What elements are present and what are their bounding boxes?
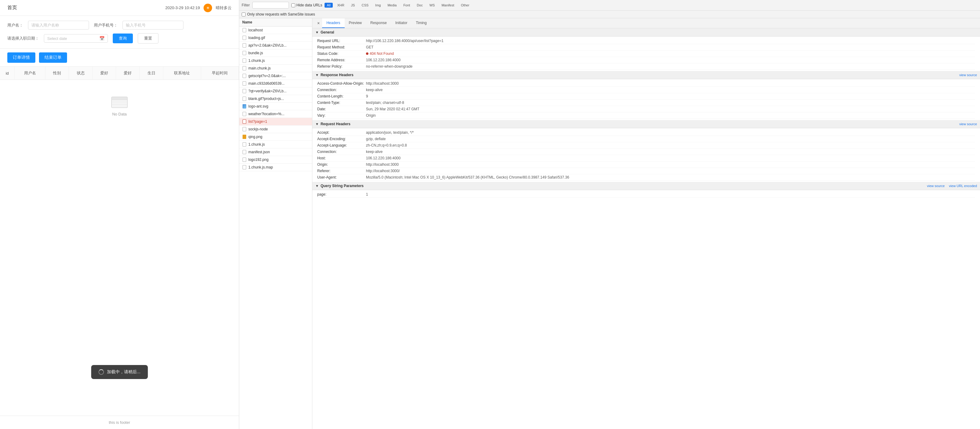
kv-row: Vary: Origin [317,113,975,119]
file-icon [242,66,247,70]
network-item[interactable]: loading.gif [239,34,312,42]
username-input[interactable] [28,21,89,30]
network-item[interactable]: getscript?v=2.0&ak=:... [239,72,312,80]
query-string-view-source[interactable]: view source [927,184,945,188]
network-item[interactable]: 1.chunk.js [239,141,312,148]
kv-value: 106.12.220.186:4000 [366,58,401,62]
page-title: 首页 [7,5,17,11]
type-btn-manifest[interactable]: Manifest [439,3,457,8]
th-hobby2: 爱好 [116,67,140,80]
status-dot [366,52,368,55]
same-site-checkbox[interactable] [242,13,246,16]
kv-key: Connection: [317,88,366,92]
kv-row-useragent: User-Agent: Mozilla/5.0 (Macintosh; Inte… [317,174,975,181]
network-item[interactable]: 1.chunk.js [239,57,312,65]
no-data-overlay: No Data [0,82,239,129]
response-headers-toggle[interactable]: ▼ [315,73,319,77]
tab-response[interactable]: Response [366,18,391,28]
response-headers-view-source[interactable]: view source [959,73,977,77]
hide-data-urls-label[interactable]: Hide data URLs [291,3,322,7]
request-headers-toggle[interactable]: ▼ [315,122,319,126]
filter-input[interactable] [252,2,289,8]
network-item[interactable]: manifest.json [239,148,312,156]
th-status: 状态 [69,67,92,80]
date-picker[interactable]: Select date 📅 [44,34,108,43]
network-item[interactable]: blank.gif?product=js... [239,95,312,103]
query-string-kv-table: page: 1 [312,190,980,199]
file-icon [242,89,247,93]
type-btn-css[interactable]: CSS [360,3,371,8]
network-item[interactable]: main.chunk.js [239,65,312,72]
kv-value: http://106.12.220.186:4000/api/user/list… [366,39,444,43]
th-early-time: 早起时间 [201,67,239,80]
kv-row-page: page: 1 [317,191,975,198]
kv-key: Accept: [317,130,366,135]
query-string-title: Query String Parameters [321,184,364,188]
response-headers-section-header: ▼ Response Headers view source [312,71,980,79]
kv-key: Remote Address: [317,58,366,62]
phone-input[interactable] [123,21,183,30]
network-item-selected[interactable]: list?page=1 [239,118,312,126]
type-btn-media[interactable]: Media [385,3,399,8]
request-headers-view-source[interactable]: view source [959,122,977,126]
network-item[interactable]: api?v=2.0&ak=Z6VLb... [239,42,312,49]
hide-data-urls-checkbox[interactable] [291,3,295,7]
data-table: id 用户名 性别 状态 爱好 爱好 生日 联系地址 早起时间 [0,67,239,80]
network-item[interactable]: logo-ant.svg [239,103,312,110]
devtools-toolbar: Filter Hide data URLs All XHR JS CSS Img… [239,0,980,11]
same-site-label[interactable]: Only show requests with SameSite issues [242,12,978,16]
no-data-text: No Data [112,112,127,116]
kv-value: 1 [366,192,368,197]
file-icon [242,51,247,55]
loading-text: 加载中，请稍后... [107,369,140,375]
network-item[interactable]: ?qt=verify&ak=Z6VLb... [239,87,312,95]
network-item[interactable]: localhost [239,27,312,34]
query-button[interactable]: 查询 [113,33,133,43]
username-label: 用户名： [7,22,23,28]
kv-key: Request URL: [317,39,366,43]
tab-close-button[interactable]: × [315,19,322,27]
kv-key: Origin: [317,162,366,167]
form-row-date: 请选择入职日期： Select date 📅 查询 重置 [7,33,232,44]
network-item[interactable]: sockjs-node [239,126,312,133]
kv-key: Vary: [317,113,366,118]
type-btn-img[interactable]: Img [373,3,383,8]
query-string-toggle[interactable]: ▼ [315,184,319,188]
calendar-icon: 📅 [99,36,105,41]
type-btn-ws[interactable]: WS [427,3,437,8]
tab-timing[interactable]: Timing [412,18,431,28]
network-item[interactable]: logo192.png [239,156,312,164]
network-item[interactable]: weather?location=%... [239,110,312,118]
query-string-view-url-encoded[interactable]: view URL encoded [949,184,977,188]
kv-row: Content-Type: text/plain; charset=utf-8 [317,100,975,106]
network-item[interactable]: qing.png [239,133,312,141]
kv-value: GET [366,45,374,49]
tab-preview[interactable]: Preview [345,18,366,28]
kv-key: Content-Type: [317,100,366,105]
general-section-header: ▼ General [312,29,980,37]
file-icon [242,59,247,63]
type-btn-other[interactable]: Other [459,3,472,8]
type-btn-xhr[interactable]: XHR [335,3,347,8]
type-btn-doc[interactable]: Doc [415,3,425,8]
general-toggle[interactable]: ▼ [315,30,319,34]
type-btn-font[interactable]: Font [401,3,412,8]
network-item[interactable]: 1.chunk.js.map [239,164,312,171]
type-btn-js[interactable]: JS [349,3,357,8]
tab-initiator[interactable]: Initiator [391,18,411,28]
th-address: 联系地址 [163,67,201,80]
reset-button[interactable]: 重置 [138,33,159,44]
kv-row: Origin: http://localhost:3000 [317,162,975,168]
file-icon [242,165,247,169]
order-detail-button[interactable]: 订单详情 [7,52,35,63]
network-item[interactable]: main.c932d6d06539... [239,80,312,87]
kv-value: Sun, 29 Mar 2020 02:41:47 GMT [366,107,419,111]
file-icon [242,150,247,154]
kv-key: Content-Length: [317,94,366,99]
end-order-button[interactable]: 结束订单 [39,52,67,63]
th-hobby1: 爱好 [92,67,116,80]
network-item[interactable]: bundle.js [239,49,312,57]
type-btn-all[interactable]: All [325,3,332,8]
request-headers-kv-table: Accept: application/json, text/plain, */… [312,128,980,182]
tab-headers[interactable]: Headers [322,18,344,28]
